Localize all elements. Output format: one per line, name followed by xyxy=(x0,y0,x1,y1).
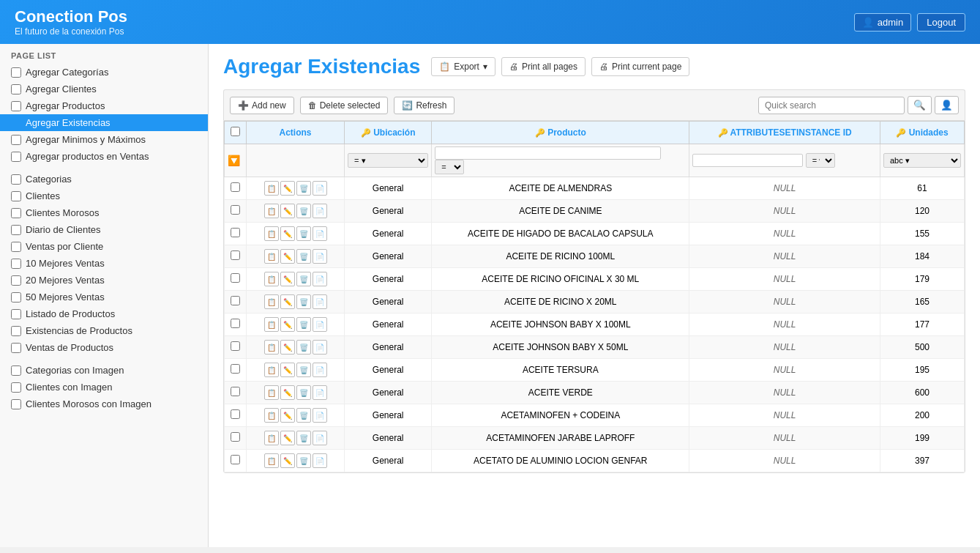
edit-icon[interactable]: ✏️ xyxy=(280,408,295,423)
view-icon[interactable]: 📋 xyxy=(264,181,279,196)
sidebar-checkbox-diario-clientes[interactable] xyxy=(11,225,21,235)
delete-icon[interactable]: 🗑️ xyxy=(296,249,311,264)
delete-selected-button[interactable]: 🗑 Delete selected xyxy=(300,97,389,114)
delete-icon[interactable]: 🗑️ xyxy=(296,294,311,309)
edit-icon[interactable]: ✏️ xyxy=(280,431,295,445)
view-icon[interactable]: 📋 xyxy=(264,340,279,355)
sidebar-checkbox-10-mejores[interactable] xyxy=(11,259,21,269)
view-icon[interactable]: 📋 xyxy=(264,272,279,286)
row-checkbox[interactable] xyxy=(231,455,240,464)
sidebar-item-listado-productos[interactable]: Listado de Productos xyxy=(0,305,208,322)
edit-icon[interactable]: ✏️ xyxy=(280,385,295,400)
view-icon[interactable]: 📋 xyxy=(264,385,279,400)
view-icon[interactable]: 📋 xyxy=(264,363,279,377)
sidebar-checkbox-agregar-productos[interactable] xyxy=(11,101,21,111)
view-icon[interactable]: 📋 xyxy=(264,453,279,468)
add-new-button[interactable]: ➕ Add new xyxy=(230,97,294,114)
sidebar-checkbox-50-mejores[interactable] xyxy=(11,292,21,303)
row-checkbox[interactable] xyxy=(231,182,240,192)
delete-icon[interactable]: 🗑️ xyxy=(296,408,311,423)
sidebar-checkbox-clientes-morosos-imagen[interactable] xyxy=(11,399,21,409)
sidebar-item-clientes-morosos-imagen[interactable]: Clientes Morosos con Imagen xyxy=(0,396,208,412)
sidebar-checkbox-agregar-productos-ventas[interactable] xyxy=(11,152,21,162)
search-input[interactable] xyxy=(758,97,905,114)
row-checkbox[interactable] xyxy=(231,228,240,237)
row-checkbox[interactable] xyxy=(231,205,240,215)
sidebar-checkbox-20-mejores[interactable] xyxy=(11,275,21,286)
sidebar-item-clientes[interactable]: Clientes xyxy=(0,188,208,204)
sidebar-checkbox-clientes[interactable] xyxy=(11,191,21,201)
edit-icon[interactable]: ✏️ xyxy=(280,317,295,332)
copy-icon[interactable]: 📄 xyxy=(313,317,327,332)
sidebar-item-diario-clientes[interactable]: Diario de Clientes xyxy=(0,221,208,238)
row-checkbox[interactable] xyxy=(231,432,240,442)
sidebar-item-agregar-minimos-maximos[interactable]: Agregar Minimos y Máximos xyxy=(0,131,208,148)
sidebar-item-categorias-imagen[interactable]: Categorias con Imagen xyxy=(0,362,208,379)
edit-icon[interactable]: ✏️ xyxy=(280,249,295,264)
filter-button[interactable]: 👤 xyxy=(935,96,959,114)
sidebar-checkbox-agregar-clientes[interactable] xyxy=(11,84,21,94)
copy-icon[interactable]: 📄 xyxy=(313,363,327,377)
edit-icon[interactable]: ✏️ xyxy=(280,453,295,468)
copy-icon[interactable]: 📄 xyxy=(313,249,327,264)
row-checkbox[interactable] xyxy=(231,319,240,328)
edit-icon[interactable]: ✏️ xyxy=(280,181,295,196)
sidebar-checkbox-agregar-minimos-maximos[interactable] xyxy=(11,135,21,145)
sidebar-item-clientes-morosos[interactable]: Clientes Morosos xyxy=(0,204,208,221)
filter-attributeset-input[interactable] xyxy=(692,154,803,167)
filter-unidades-select[interactable]: abc ▾ xyxy=(883,153,961,168)
filter-ubicacion-select[interactable]: = ▾ xyxy=(348,153,428,168)
copy-icon[interactable]: 📄 xyxy=(313,181,327,196)
row-checkbox[interactable] xyxy=(231,296,240,305)
row-checkbox[interactable] xyxy=(231,364,240,374)
copy-icon[interactable]: 📄 xyxy=(313,431,327,445)
edit-icon[interactable]: ✏️ xyxy=(280,204,295,218)
refresh-button[interactable]: 🔄 Refresh xyxy=(394,97,455,114)
copy-icon[interactable]: 📄 xyxy=(313,453,327,468)
sidebar-checkbox-clientes-morosos[interactable] xyxy=(11,208,21,218)
delete-icon[interactable]: 🗑️ xyxy=(296,226,311,241)
copy-icon[interactable]: 📄 xyxy=(313,408,327,423)
edit-icon[interactable]: ✏️ xyxy=(280,272,295,286)
sidebar-item-20-mejores[interactable]: 20 Mejores Ventas xyxy=(0,272,208,289)
sidebar-checkbox-ventas-productos[interactable] xyxy=(11,343,21,353)
delete-icon[interactable]: 🗑️ xyxy=(296,272,311,286)
row-checkbox[interactable] xyxy=(231,387,240,396)
delete-icon[interactable]: 🗑️ xyxy=(296,453,311,468)
copy-icon[interactable]: 📄 xyxy=(313,294,327,309)
delete-icon[interactable]: 🗑️ xyxy=(296,317,311,332)
sidebar-item-ventas-cliente[interactable]: Ventas por Cliente xyxy=(0,238,208,255)
edit-icon[interactable]: ✏️ xyxy=(280,226,295,241)
sidebar-checkbox-agregar-categorias[interactable] xyxy=(11,67,21,78)
sidebar-item-agregar-existencias[interactable]: Agregar Existencias xyxy=(0,114,208,131)
copy-icon[interactable]: 📄 xyxy=(313,226,327,241)
row-checkbox[interactable] xyxy=(231,409,240,419)
delete-icon[interactable]: 🗑️ xyxy=(296,204,311,218)
delete-icon[interactable]: 🗑️ xyxy=(296,340,311,355)
copy-icon[interactable]: 📄 xyxy=(313,340,327,355)
search-button[interactable]: 🔍 xyxy=(908,96,932,114)
copy-icon[interactable]: 📄 xyxy=(313,385,327,400)
sidebar-item-agregar-productos[interactable]: Agregar Productos xyxy=(0,97,208,114)
sidebar-item-agregar-clientes[interactable]: Agregar Clientes xyxy=(0,81,208,97)
sidebar-item-50-mejores[interactable]: 50 Mejores Ventas xyxy=(0,289,208,305)
row-checkbox[interactable] xyxy=(231,273,240,283)
export-button[interactable]: 📋 Export ▾ xyxy=(431,57,495,76)
view-icon[interactable]: 📋 xyxy=(264,294,279,309)
select-all-checkbox[interactable] xyxy=(231,127,240,136)
delete-icon[interactable]: 🗑️ xyxy=(296,431,311,445)
filter-producto-input[interactable] xyxy=(435,146,661,160)
delete-icon[interactable]: 🗑️ xyxy=(296,363,311,377)
view-icon[interactable]: 📋 xyxy=(264,431,279,445)
edit-icon[interactable]: ✏️ xyxy=(280,294,295,309)
filter-producto-op[interactable]: = ▾ xyxy=(435,160,464,174)
row-checkbox[interactable] xyxy=(231,341,240,351)
print-all-button[interactable]: 🖨 Print all pages xyxy=(501,57,586,76)
copy-icon[interactable]: 📄 xyxy=(313,204,327,218)
view-icon[interactable]: 📋 xyxy=(264,249,279,264)
view-icon[interactable]: 📋 xyxy=(264,408,279,423)
sidebar-item-existencias-productos[interactable]: Existencias de Productos xyxy=(0,322,208,339)
sidebar-item-categorias[interactable]: Categorias xyxy=(0,171,208,188)
sidebar-item-agregar-productos-ventas[interactable]: Agregar productos en Ventas xyxy=(0,148,208,165)
edit-icon[interactable]: ✏️ xyxy=(280,340,295,355)
